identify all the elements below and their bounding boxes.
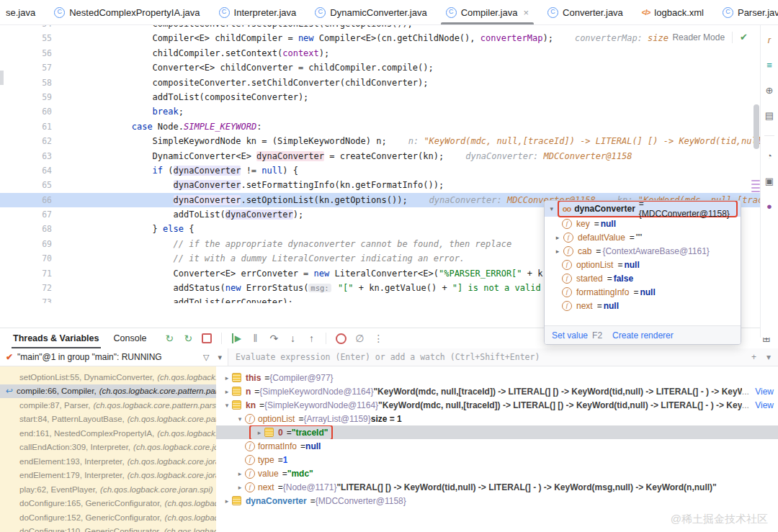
problems-icon[interactable]: ◔ — [766, 150, 772, 161]
inspections-ok-icon[interactable]: ✔ — [740, 30, 748, 45]
evaluate-placeholder: Evaluate expression (Enter) or add a wat… — [236, 352, 540, 362]
resume-icon[interactable]: ▶ — [228, 330, 245, 346]
frame-row[interactable]: doConfigure:110, GenericConfigurator,(ch… — [0, 525, 216, 532]
frame-package: (ch.qos.logback — [164, 527, 216, 532]
create-renderer-link[interactable]: Create renderer — [612, 330, 674, 341]
frame-row[interactable]: end:161, NestedComplexPropertyIA,(ch.qos… — [0, 426, 216, 441]
chevron-right-icon[interactable]: ▸ — [222, 497, 232, 505]
frame-row[interactable]: play:62, EventPlayer,(ch.qos.logback.cor… — [0, 482, 216, 497]
debug-tab-threads-variables[interactable]: Threads & Variables — [6, 328, 107, 348]
tab-Interpreter.java[interactable]: CInterpreter.java — [210, 0, 306, 24]
structure-icon[interactable]: ▤ — [765, 110, 774, 121]
frame-row[interactable]: callEndAction:309, Interpreter,(ch.qos.l… — [0, 441, 216, 455]
variable-row[interactable]: ▾kn= {SimpleKeywordNode@1164} "KeyWord(m… — [216, 398, 778, 412]
frame-row[interactable]: endElement:193, Interpreter,(ch.qos.logb… — [0, 454, 216, 469]
rerun-icon[interactable]: ↻ — [161, 330, 178, 346]
more-icon[interactable]: ⋮ — [370, 330, 387, 346]
mute-breakpoints-icon[interactable]: ∅ — [351, 330, 368, 346]
frame-row[interactable]: doConfigure:165, GenericConfigurator,(ch… — [0, 497, 216, 511]
popup-field-row[interactable]: fformattingInfo= null — [545, 285, 741, 299]
database-icon[interactable]: ● — [766, 201, 772, 212]
thread-selector[interactable]: ✔ "main"@1 in group "main": RUNNING ▽ ▾ — [0, 348, 228, 366]
variable-row[interactable]: ▸fnext= {Node@1171} "LITERAL(] [) -> Key… — [216, 480, 778, 494]
popup-field-row[interactable]: foptionList= null — [545, 258, 741, 271]
tab-close-icon[interactable]: × — [523, 7, 529, 18]
popup-header-row[interactable]: ▾ oo dynaConverter = {MDCConverter@1158} — [545, 201, 741, 217]
variable-row[interactable]: fformatInfo= null — [216, 439, 778, 453]
tab-Compiler.java[interactable]: CCompiler.java× — [437, 0, 538, 24]
chevron-right-icon[interactable]: ▸ — [235, 470, 245, 477]
chevron-right-icon[interactable]: ▸ — [235, 484, 245, 491]
view-breakpoints-icon[interactable] — [332, 330, 349, 346]
thread-chevron-icon[interactable]: ▾ — [218, 353, 222, 362]
chevron-down-icon[interactable]: ▾ — [547, 205, 556, 212]
annotation-red-box: ▸0= "traceId" — [249, 425, 333, 439]
step-over-icon[interactable]: ↷ — [265, 330, 282, 346]
frame-row[interactable]: doConfigure:152, GenericConfigurator,(ch… — [0, 510, 216, 525]
chevron-right-icon[interactable]: ▸ — [222, 374, 232, 382]
cut-hint-text[interactable]: r — [768, 35, 771, 45]
variable-row[interactable]: ▾foptionList= {ArrayList@1159} size = 1 — [216, 412, 778, 425]
chevron-right-icon[interactable]: ▸ — [553, 248, 562, 255]
step-out-icon[interactable]: ↑ — [303, 330, 320, 346]
tab-logback.xml[interactable]: </>logback.xml — [632, 0, 713, 24]
variable-row[interactable]: ▸this= {Compiler@977} — [216, 371, 778, 384]
frame-row[interactable]: endElement:179, Interpreter,(ch.qos.logb… — [0, 469, 216, 483]
frame-row[interactable]: setOptionList:55, DynamicConverter,(ch.q… — [0, 370, 216, 384]
frame-row[interactable]: compile:87, Parser,(ch.qos.logback.core.… — [0, 398, 216, 412]
popup-field-row[interactable]: fnext= null — [545, 299, 741, 312]
code-text: addStatus(new ErrorStatus(msg: "[" + kn.… — [69, 281, 541, 295]
popup-field-row[interactable]: ▸fcab= {ContextAwareBase@1161} — [545, 244, 741, 258]
evaluate-chevron-icon[interactable]: ▾ — [766, 352, 771, 362]
frame-row[interactable]: start:84, PatternLayoutBase,(ch.qos.logb… — [0, 412, 216, 427]
chevron-down-icon[interactable]: ▾ — [235, 415, 245, 423]
tab-Converter.java[interactable]: CConverter.java — [538, 0, 632, 24]
tab-DynamicConverter.java[interactable]: CDynamicConverter.java — [305, 0, 436, 24]
code-text: childCompiler.setContext(context); — [69, 46, 329, 60]
reader-mode-widget[interactable]: Reader Mode ✔ — [669, 29, 751, 46]
variable-value: = {SimpleKeywordNode@1164} "KeyWord(mdc,… — [254, 387, 742, 397]
variable-value: = {MDCConverter@1158} — [310, 496, 406, 506]
field-icon: f — [563, 246, 573, 256]
tab-Parser.java[interactable]: CParser.java — [713, 0, 778, 24]
notes-icon[interactable]: ▣ — [765, 176, 774, 186]
code-text: Converter<E> errConveter = new LiteralCo… — [69, 266, 542, 281]
chevron-right-icon[interactable]: ▸ — [254, 429, 264, 436]
editor-scrollbar[interactable] — [754, 104, 759, 149]
step-into-icon[interactable]: ↓ — [284, 330, 301, 346]
variable-row[interactable]: ftype= 1 — [216, 453, 778, 466]
watermark: @稀土掘金技术社区 — [671, 513, 768, 526]
chevron-down-icon[interactable]: ▾ — [222, 402, 232, 409]
ai-assistant-icon[interactable]: ≡ — [766, 60, 772, 71]
add-watch-icon[interactable]: + — [751, 352, 756, 362]
rerun-debug-icon[interactable]: ↻ — [179, 330, 197, 346]
tab-label: NestedComplexPropertyIA.java — [69, 7, 200, 18]
tab-se.java[interactable]: se.java — [0, 0, 45, 24]
translate-icon[interactable]: ⊕ — [766, 85, 774, 96]
divider — [326, 333, 326, 344]
set-value-link[interactable]: Set value — [552, 330, 588, 341]
view-link[interactable]: View — [755, 387, 774, 397]
chevron-right-icon[interactable]: ▸ — [553, 234, 562, 241]
pause-icon[interactable]: ‖ — [246, 330, 264, 346]
variable-row[interactable]: ▸n= {SimpleKeywordNode@1164} "KeyWord(md… — [216, 384, 778, 398]
tab-NestedComplexPropertyIA.java[interactable]: CNestedComplexPropertyIA.java — [45, 0, 209, 24]
variable-row[interactable]: ▸fvalue= "mdc" — [216, 466, 778, 480]
variable-name: this — [246, 373, 261, 383]
variable-name: value — [258, 469, 279, 479]
chevron-right-icon[interactable]: ▸ — [222, 388, 232, 395]
popup-field-row[interactable]: ▸fdefaultValue= "" — [545, 230, 741, 244]
field-icon: f — [562, 287, 572, 297]
view-link[interactable]: View — [755, 400, 774, 410]
popup-field-row[interactable]: fstarted= false — [545, 271, 741, 285]
frame-location: setOptionList:55, DynamicConverter, — [19, 373, 154, 382]
variable-row[interactable]: ▸0= "traceId" — [216, 425, 778, 439]
debug-tab-console[interactable]: Console — [107, 328, 154, 348]
variable-row[interactable]: ▸dynaConverter= {MDCConverter@1158} — [216, 494, 778, 508]
inline-debug-hint: n: "KeyWord(mdc, null,[traceId]) -> LITE… — [408, 136, 761, 146]
evaluate-expression-bar[interactable]: Evaluate expression (Enter) or add a wat… — [228, 348, 778, 366]
variable-name: n — [246, 387, 251, 397]
frame-row[interactable]: ↩compile:66, Compiler,(ch.qos.logback.co… — [0, 384, 216, 399]
filter-funnel-icon[interactable]: ▽ — [203, 353, 209, 362]
stop-icon[interactable] — [198, 330, 215, 346]
